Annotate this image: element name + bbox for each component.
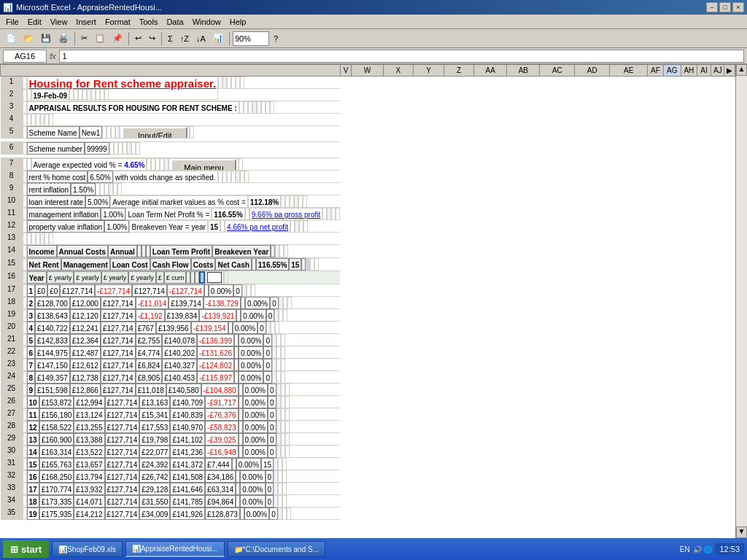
input-edit-button[interactable]: Input/Edit [122,127,187,139]
cell-ac28[interactable]: -£58,823 [205,421,238,433]
cell-x21[interactable]: £142,833 [35,334,70,346]
cell-ac33[interactable]: £63,314 [205,483,236,495]
main-menu-button[interactable]: Main menu [171,159,236,171]
cell-y31[interactable]: £13,657 [74,458,104,470]
save-button[interactable]: 💾 [38,31,54,47]
cell-z30[interactable]: £127,714 [105,446,140,458]
cell-ac10[interactable]: 112.18% [248,195,281,208]
cell-aa30[interactable]: £22,077 [139,446,170,458]
cell-z15[interactable]: Cash Flow [150,258,191,271]
menu-view[interactable]: View [46,16,72,28]
cell-z26[interactable]: £127,714 [105,396,140,408]
cell-y26[interactable]: £12,994 [74,396,104,408]
cell-ah16[interactable] [205,271,224,284]
cell-ae18[interactable]: 0.00% [245,297,270,309]
cell-z21[interactable]: £127,714 [101,334,136,346]
cell-ac16[interactable]: £ cum [164,271,187,284]
cell-x16[interactable]: £ yearly [47,271,74,284]
cell-z28[interactable]: £127,714 [105,421,140,433]
cell-x24[interactable]: £149,357 [35,371,70,384]
cell-z19[interactable]: £127,714 [101,309,136,322]
cell-z10[interactable]: Average initial market values as % cost … [110,195,247,208]
cell-z33[interactable]: £127,714 [105,483,140,495]
cell-ae25[interactable]: 0.00% [243,384,268,396]
cell-x8[interactable]: 6.50% [88,171,112,183]
cell-w20[interactable]: 4 [27,322,36,334]
cell-af30[interactable]: 0 [268,446,276,458]
cell-ae27[interactable]: 0.00% [243,408,268,421]
col-y[interactable]: Y [414,65,444,77]
cell-ac27[interactable]: -£76,376 [205,408,238,421]
col-x[interactable]: X [383,65,414,77]
cell-ad15[interactable]: 116.55% [256,258,289,271]
cell-x17[interactable]: £0 [35,284,47,297]
cell-af20[interactable]: 0 [258,322,266,334]
cell-y18[interactable]: £12,000 [70,297,101,309]
cell-x31[interactable]: £165,763 [39,458,74,470]
cell-z16[interactable]: £ yearly [101,271,129,284]
cell-w3[interactable]: APPRAISAL RESULTS FOR HOUSING FOR RENT S… [27,101,239,114]
col-ad[interactable]: AD [575,65,610,77]
cell-ac34[interactable]: £94,864 [205,495,236,508]
cell-w11[interactable]: management inflation [27,208,101,220]
cell-x25[interactable]: £151,598 [35,384,70,396]
zoom-input[interactable] [233,31,269,46]
cell-aa24[interactable]: £8,905 [136,371,163,384]
cell-y6[interactable]: 99999 [85,142,109,155]
cell-aa17[interactable]: -£127,714 [95,284,132,297]
cell-aa21[interactable]: £2,755 [136,334,163,346]
cell-x32[interactable]: £168,250 [39,470,74,483]
cell-ac32[interactable]: £34,186 [205,470,236,483]
cell-ab21[interactable]: £140,078 [162,334,197,346]
cell-ae11[interactable]: 9.66% pa gross profit [249,208,323,220]
cell-ae19[interactable]: 0.00% [241,309,266,322]
cell-z17[interactable]: £127,714 [60,284,95,297]
cell-ag16-selected[interactable] [199,271,205,284]
cell-af32[interactable]: 0 [266,470,274,483]
cell-w15[interactable]: Net Rent [27,258,61,271]
open-button[interactable]: 📂 [20,31,36,47]
cell-aa32[interactable]: £26,742 [139,470,170,483]
col-ai[interactable]: AI [697,65,711,77]
cell-ac20[interactable]: -£139,154 [191,322,228,334]
cell-w25[interactable]: 9 [27,384,36,396]
cell-x27[interactable]: £156,180 [39,408,74,421]
col-af[interactable]: AF [648,65,663,77]
cell-aa23[interactable]: £6,824 [136,359,163,371]
cell-ac25[interactable]: -£104,880 [201,384,239,396]
cell-ae30[interactable]: 0.00% [243,446,268,458]
cell-y28[interactable]: £13,255 [74,421,104,433]
cell-w5[interactable]: Scheme Name [27,126,80,139]
cell-w10[interactable]: loan interest rate [27,195,86,208]
cell-z22[interactable]: £127,714 [101,346,136,359]
cell-ac29[interactable]: -£39,025 [205,433,238,446]
cell-aa19[interactable]: -£1,192 [136,309,165,322]
print-button[interactable]: 🖨️ [55,31,71,47]
cell-x11[interactable]: 1.00% [101,208,125,220]
col-ae[interactable]: AE [610,65,648,77]
cell-w21[interactable]: 5 [27,334,36,346]
cell-w27[interactable]: 11 [27,408,39,421]
chart-button[interactable]: 📊 [210,31,226,47]
formula-input[interactable]: 1 [59,50,744,63]
cell-aa20[interactable]: £767 [136,322,156,334]
cell-w6[interactable]: Scheme number [27,142,85,155]
vertical-scrollbar[interactable]: ▲ ▼ [735,64,747,538]
cell-y35[interactable]: £14,212 [74,508,104,520]
cell-aa34[interactable]: £31,550 [139,495,170,508]
cell-y20[interactable]: £12,241 [70,322,101,334]
maximize-button[interactable]: □ [719,2,731,12]
cell-x30[interactable]: £163,314 [39,446,74,458]
cell-ae15[interactable]: 15 [289,258,301,271]
cell-z8[interactable]: with voids change as specified. [113,171,218,183]
cell-aa15[interactable]: Costs [191,258,216,271]
cell-aa35[interactable]: £34,009 [139,508,170,520]
cell-y34[interactable]: £14,071 [74,495,104,508]
cell-ae32[interactable]: 0.00% [240,470,265,483]
cell-y29[interactable]: £13,388 [74,433,104,446]
cell-ab26[interactable]: £140,709 [170,396,205,408]
cell-z12[interactable]: Breakeven Year = year [129,220,207,233]
cell-aa26[interactable]: £13,163 [139,396,170,408]
cell-x10[interactable]: 5.00% [85,195,110,208]
cell-z32[interactable]: £127,714 [105,470,140,483]
